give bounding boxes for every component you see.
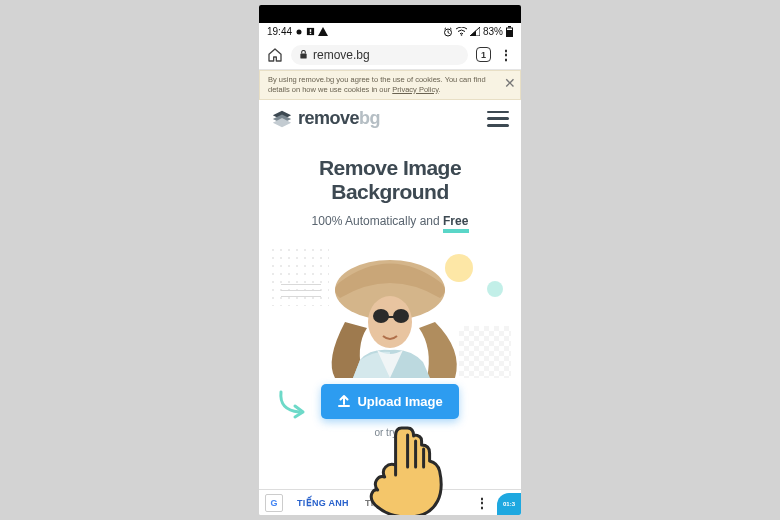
record-icon: [295, 28, 303, 36]
side-overlay-bubble[interactable]: 01:3: [497, 493, 521, 515]
cookie-text: By using remove.bg you agree to the use …: [268, 75, 486, 94]
battery-icon: [506, 26, 513, 37]
tabs-count-badge[interactable]: 1: [476, 47, 491, 62]
logo-text: removebg: [298, 108, 380, 129]
svg-rect-8: [507, 29, 512, 31]
svg-point-5: [461, 34, 463, 36]
upload-icon: [337, 394, 351, 408]
logo[interactable]: removebg: [271, 108, 380, 130]
privacy-policy-link[interactable]: Privacy Policy: [392, 85, 438, 94]
browser-menu-icon[interactable]: ⋮: [499, 47, 513, 63]
status-right: 83%: [443, 26, 513, 37]
pointing-hand-icon: [368, 423, 448, 515]
hero-illustration: [269, 246, 511, 378]
alarm-icon: [443, 27, 453, 37]
status-bar: 19:44 83%: [259, 23, 521, 40]
battery-text: 83%: [483, 26, 503, 37]
cookie-close-icon[interactable]: ✕: [504, 74, 516, 92]
error-icon: [306, 27, 315, 36]
hero-subtitle: 100% Automatically and Free: [275, 214, 505, 228]
svg-rect-2: [310, 29, 311, 32]
url-field[interactable]: remove.bg: [291, 45, 468, 65]
hero-title: Remove Image Background: [275, 156, 505, 204]
signal-icon: [470, 27, 480, 36]
svg-rect-6: [508, 26, 511, 28]
hamburger-menu-icon[interactable]: [487, 111, 509, 127]
home-icon[interactable]: [267, 47, 283, 63]
free-label: Free: [443, 214, 468, 228]
svg-point-0: [297, 29, 302, 34]
google-translate-icon[interactable]: G: [265, 494, 283, 512]
decor-circle-teal: [487, 281, 503, 297]
upload-image-button[interactable]: Upload Image: [321, 384, 458, 419]
svg-point-13: [393, 309, 409, 323]
lang-tab-english[interactable]: TIẾNG ANH: [289, 498, 357, 508]
logo-diamond-icon: [271, 108, 293, 130]
woman-image: [305, 250, 475, 378]
lock-icon: [299, 50, 308, 59]
site-header: removebg: [259, 100, 521, 138]
browser-url-bar: remove.bg 1 ⋮: [259, 40, 521, 70]
svg-rect-3: [310, 33, 311, 34]
top-black-bar: [259, 5, 521, 23]
upload-button-label: Upload Image: [357, 394, 442, 409]
svg-point-12: [373, 309, 389, 323]
curved-arrow-icon: [277, 386, 311, 420]
translate-menu-icon[interactable]: ⋮: [469, 495, 495, 511]
phone-screen: 19:44 83% remove.bg 1 ⋮ By using remove.…: [259, 5, 521, 515]
svg-rect-14: [388, 316, 394, 318]
status-time: 19:44: [267, 26, 292, 37]
svg-point-11: [368, 296, 412, 348]
status-left: 19:44: [267, 26, 328, 37]
wifi-icon: [456, 27, 467, 36]
warning-icon: [318, 27, 328, 36]
cookie-banner: By using remove.bg you agree to the use …: [259, 70, 521, 100]
hero-section: Remove Image Background 100% Automatical…: [259, 138, 521, 228]
svg-rect-9: [300, 54, 306, 59]
url-text: remove.bg: [313, 48, 370, 62]
